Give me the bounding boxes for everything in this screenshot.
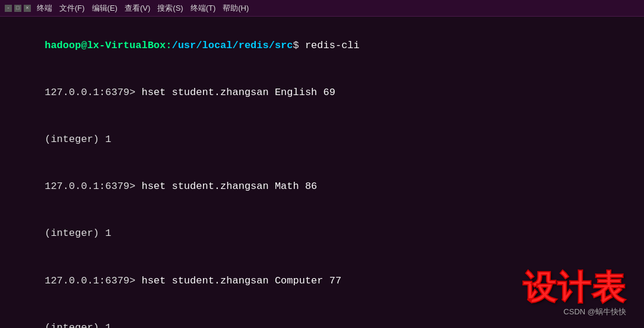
prompt-redis: 127.0.0.1:6379> (45, 181, 135, 192)
watermark-main-text: 设计表 (523, 271, 626, 304)
command-text: redis-cli (305, 40, 360, 51)
close-button[interactable]: × (24, 5, 31, 12)
terminal-window: - □ × 终端 文件(F) 编辑(E) 查看(V) 搜索(S) 终端(T) 帮… (0, 0, 644, 328)
terminal-line: (integer) 1 (8, 116, 636, 163)
cmd: hset student.zhangsan Math 86 (135, 181, 317, 192)
menu-help[interactable]: 帮助(H) (223, 3, 249, 14)
prompt-redis: 127.0.0.1:6379> (45, 87, 135, 98)
watermark-sub-text: CSDN @蜗牛快快 (563, 307, 626, 317)
cmd: hset student.zhangsan English 69 (135, 87, 335, 98)
watermark-suffix: 蜗牛快快 (595, 307, 626, 316)
menu-terminal2[interactable]: 终端(T) (191, 3, 216, 14)
maximize-button[interactable]: □ (14, 5, 21, 12)
prompt-host: hadoop@lx-VirtualBox: (45, 40, 172, 51)
terminal-line: (integer) 1 (8, 210, 636, 257)
title-bar: - □ × 终端 文件(F) 编辑(E) 查看(V) 搜索(S) 终端(T) 帮… (0, 0, 644, 17)
window-controls: - □ × (5, 5, 31, 12)
minimize-button[interactable]: - (5, 5, 12, 12)
menu-terminal[interactable]: 终端 (37, 3, 52, 14)
terminal-body[interactable]: hadoop@lx-VirtualBox:/usr/local/redis/sr… (0, 17, 644, 328)
menu-bar: 终端 文件(F) 编辑(E) 查看(V) 搜索(S) 终端(T) 帮助(H) (37, 3, 249, 14)
watermark: 设计表 CSDN @蜗牛快快 (523, 271, 626, 317)
cmd: hset student.zhangsan Computer 77 (135, 275, 341, 286)
response: (integer) 1 (45, 228, 111, 239)
terminal-line: 127.0.0.1:6379> hset student.zhangsan Ma… (8, 163, 636, 210)
menu-file[interactable]: 文件(F) (59, 3, 85, 14)
prompt-dollar: $ (293, 40, 305, 51)
response: (integer) 1 (45, 322, 111, 328)
prompt-path: /usr/local/redis/src (172, 40, 293, 51)
prompt-redis: 127.0.0.1:6379> (45, 275, 135, 286)
menu-view[interactable]: 查看(V) (125, 3, 150, 14)
terminal-line: hadoop@lx-VirtualBox:/usr/local/redis/sr… (8, 23, 636, 70)
menu-search[interactable]: 搜索(S) (157, 3, 183, 14)
watermark-prefix: CSDN @ (563, 307, 595, 316)
terminal-line: 127.0.0.1:6379> hset student.zhangsan En… (8, 70, 636, 116)
menu-edit[interactable]: 编辑(E) (92, 3, 118, 14)
response: (integer) 1 (45, 134, 111, 145)
